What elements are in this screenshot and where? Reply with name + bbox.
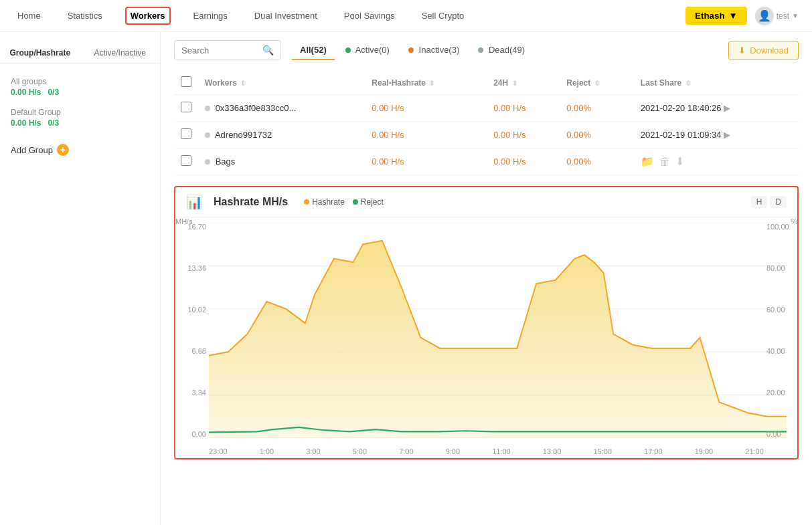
row-worker-name: 0x336a3f0e833cc0... bbox=[198, 95, 365, 122]
sidebar-all-groups: All groups 0.00 H/s 0/3 bbox=[0, 72, 160, 102]
row-reject: 0.00% bbox=[560, 122, 634, 148]
chart-legend: Hashrate Reject bbox=[304, 197, 384, 207]
user-area[interactable]: 👤 test ▼ bbox=[755, 7, 799, 25]
row-worker-name: Adreno991732 bbox=[198, 122, 365, 148]
toolbar-right: ⬇ Download bbox=[728, 41, 799, 60]
download-label: Download bbox=[750, 45, 789, 56]
row-checkbox-1[interactable] bbox=[181, 128, 191, 139]
chart-hour-button[interactable]: H bbox=[751, 196, 768, 208]
row-checkbox-cell bbox=[174, 95, 198, 122]
col-real-hashrate: Real-Hashrate ⇕ bbox=[365, 71, 487, 95]
filter-all-label: All(52) bbox=[300, 45, 327, 55]
filter-tab-active[interactable]: Active(0) bbox=[337, 41, 398, 60]
chart-area: MH/s % 16.70 13.36 10.02 6.68 3.34 0.00 … bbox=[175, 217, 797, 458]
add-group-button[interactable]: Add Group + bbox=[0, 138, 160, 161]
user-avatar-icon: 👤 bbox=[755, 7, 774, 25]
chart-title: Hashrate MH/s bbox=[214, 196, 288, 208]
chart-controls: H D bbox=[751, 196, 787, 208]
filter-active-label: Active(0) bbox=[355, 45, 390, 55]
chart-y-right-axis: 100.00 80.00 60.00 40.00 20.00 0.00 bbox=[764, 223, 797, 438]
filter-tab-inactive[interactable]: Inactive(3) bbox=[400, 41, 467, 60]
workers-sort-icon: ⇕ bbox=[240, 80, 246, 87]
chart-x-axis: 23:00 1:00 3:00 5:00 7:00 9:00 11:00 13:… bbox=[209, 447, 764, 455]
row-arrow-icon[interactable]: ▶ bbox=[724, 130, 730, 140]
table-row: Bags 0.00 H/s 0.00 H/s 0.00% 📁 🗑 ⬇ bbox=[174, 148, 799, 175]
row-24h: 0.00 H/s bbox=[487, 122, 560, 148]
last-share-sort-icon: ⇕ bbox=[685, 80, 691, 87]
folder-icon[interactable]: 📁 bbox=[641, 155, 654, 168]
nav-statistics[interactable]: Statistics bbox=[64, 8, 106, 23]
sidebar-all-groups-active: 0/3 bbox=[48, 88, 59, 97]
chart-day-button[interactable]: D bbox=[770, 196, 787, 208]
col-24h: 24H ⇕ bbox=[487, 71, 560, 95]
sidebar-default-group: Default Group 0.00 H/s 0/3 bbox=[0, 102, 160, 133]
workers-table: Workers ⇕ Real-Hashrate ⇕ 24H ⇕ Reject ⇕ bbox=[174, 71, 799, 175]
content-area: 🔍 All(52) Active(0) Inactive(3) Dead(49) bbox=[161, 32, 812, 525]
filter-tab-dead[interactable]: Dead(49) bbox=[470, 41, 533, 60]
user-name: test bbox=[777, 11, 789, 21]
filter-tab-all[interactable]: All(52) bbox=[292, 41, 335, 60]
ethash-label: Ethash bbox=[695, 11, 724, 21]
main-layout: Group/Hashrate Active/Inactive All group… bbox=[0, 32, 812, 525]
table-row: 0x336a3f0e833cc0... 0.00 H/s 0.00 H/s 0.… bbox=[174, 95, 799, 122]
download-row-icon[interactable]: ⬇ bbox=[675, 155, 684, 168]
sidebar: Group/Hashrate Active/Inactive All group… bbox=[0, 32, 161, 525]
download-button[interactable]: ⬇ Download bbox=[728, 41, 799, 60]
search-box[interactable]: 🔍 bbox=[174, 40, 281, 60]
ethash-button[interactable]: Ethash ▼ bbox=[685, 7, 747, 25]
row-24h: 0.00 H/s bbox=[487, 95, 560, 122]
row-checkbox-2[interactable] bbox=[181, 155, 191, 166]
col-last-share: Last Share ⇕ bbox=[634, 71, 799, 95]
filter-dead-dot bbox=[478, 47, 483, 53]
nav-earnings[interactable]: Earnings bbox=[189, 8, 232, 23]
sidebar-default-group-label: Default Group bbox=[11, 108, 149, 117]
chart-header: 📊 Hashrate MH/s Hashrate Reject H D bbox=[175, 187, 797, 217]
plus-icon: + bbox=[57, 144, 69, 156]
hashrate-sort-icon: ⇕ bbox=[429, 80, 434, 87]
worker-status-dot bbox=[205, 106, 210, 111]
nav-sell-crypto[interactable]: Sell Crypto bbox=[418, 8, 469, 23]
trash-icon[interactable]: 🗑 bbox=[659, 156, 670, 168]
row-24h: 0.00 H/s bbox=[487, 148, 560, 175]
col-reject: Reject ⇕ bbox=[560, 71, 634, 95]
sidebar-tab-group-hashrate[interactable]: Group/Hashrate bbox=[0, 43, 80, 63]
col-workers: Workers ⇕ bbox=[198, 71, 365, 95]
legend-hashrate: Hashrate bbox=[304, 197, 345, 207]
row-arrow-icon[interactable]: ▶ bbox=[724, 103, 730, 113]
chart-icon: 📊 bbox=[186, 194, 203, 210]
hashrate-chart-svg bbox=[209, 223, 787, 438]
sidebar-all-groups-hashrate: 0.00 H/s bbox=[11, 88, 41, 97]
row-checkbox-cell bbox=[174, 148, 198, 175]
col-checkbox bbox=[174, 71, 198, 95]
download-icon: ⬇ bbox=[738, 45, 746, 56]
row-actions: 📁 🗑 ⬇ bbox=[641, 155, 792, 168]
row-last-share: 2021-02-20 18:40:26 ▶ bbox=[634, 95, 799, 122]
nav-home[interactable]: Home bbox=[13, 8, 45, 23]
top-nav: Home Statistics Workers Earnings Dual In… bbox=[0, 0, 812, 32]
nav-right: Ethash ▼ 👤 test ▼ bbox=[685, 7, 799, 25]
nav-dual-investment[interactable]: Dual Investment bbox=[250, 8, 321, 23]
user-chevron-icon: ▼ bbox=[792, 12, 799, 19]
row-real-hashrate: 0.00 H/s bbox=[365, 148, 487, 175]
row-checkbox-0[interactable] bbox=[181, 102, 191, 112]
nav-pool-savings[interactable]: Pool Savings bbox=[340, 8, 399, 23]
row-real-hashrate: 0.00 H/s bbox=[365, 122, 487, 148]
row-checkbox-cell bbox=[174, 122, 198, 148]
sidebar-default-group-active: 0/3 bbox=[48, 118, 59, 128]
sidebar-tab-active-inactive[interactable]: Active/Inactive bbox=[80, 43, 161, 63]
sidebar-all-groups-label: All groups bbox=[11, 77, 149, 86]
sidebar-tabs: Group/Hashrate Active/Inactive bbox=[0, 43, 160, 64]
row-worker-name: Bags bbox=[198, 148, 365, 175]
search-input[interactable] bbox=[181, 45, 258, 56]
sidebar-default-group-value: 0.00 H/s 0/3 bbox=[11, 118, 149, 128]
legend-reject: Reject bbox=[353, 197, 384, 207]
toolbar: 🔍 All(52) Active(0) Inactive(3) Dead(49) bbox=[174, 40, 799, 60]
filter-inactive-dot bbox=[408, 47, 414, 53]
h24-sort-icon: ⇕ bbox=[512, 80, 517, 87]
nav-workers[interactable]: Workers bbox=[125, 7, 171, 25]
filter-inactive-label: Inactive(3) bbox=[419, 45, 460, 55]
sidebar-all-groups-value: 0.00 H/s 0/3 bbox=[11, 88, 149, 97]
legend-hashrate-label: Hashrate bbox=[312, 197, 345, 207]
select-all-checkbox[interactable] bbox=[181, 76, 191, 87]
table-row: Adreno991732 0.00 H/s 0.00 H/s 0.00% 202… bbox=[174, 122, 799, 148]
